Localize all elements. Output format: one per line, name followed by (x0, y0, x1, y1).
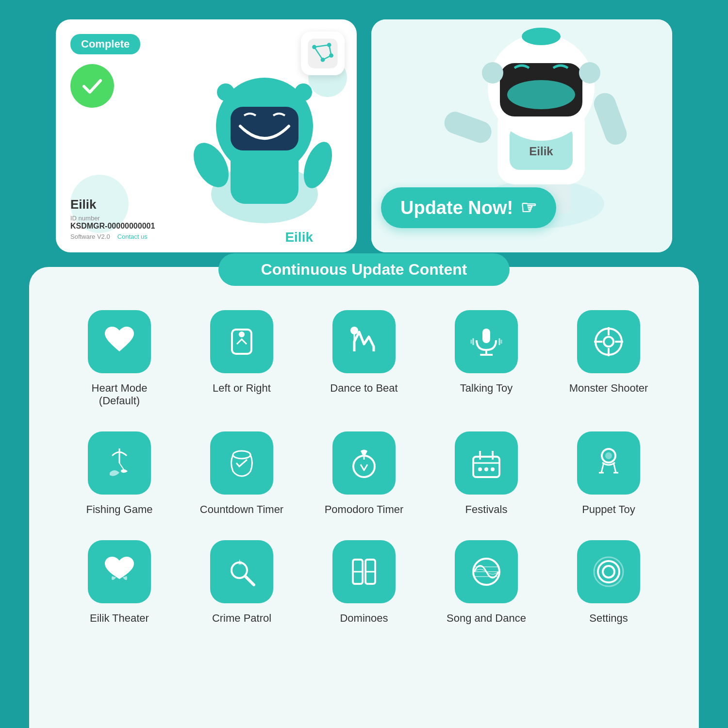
talking-toy-icon-box (455, 310, 518, 373)
svg-rect-36 (482, 329, 490, 343)
festivals-label: Festivals (465, 503, 508, 516)
festivals-icon-box (455, 431, 518, 495)
top-section: Complete (0, 0, 728, 262)
robot-name: Eilik (70, 197, 155, 212)
svg-point-58 (478, 467, 482, 471)
section-title-bar: Continuous Update Content (218, 253, 510, 286)
talking-toy-label: Talking Toy (460, 382, 513, 395)
fishing-game-label: Fishing Game (86, 503, 153, 516)
svg-point-60 (491, 467, 495, 471)
item-dance-beat[interactable]: Dance to Beat (315, 310, 413, 395)
item-talking-toy[interactable]: Talking Toy (438, 310, 535, 395)
svg-point-33 (239, 331, 245, 337)
eilik-watermark: Eilik (285, 230, 313, 245)
svg-point-51 (233, 451, 250, 459)
eilik-theater-icon-box (88, 540, 151, 603)
svg-point-27 (482, 62, 503, 83)
svg-text:Eilik: Eilik (529, 145, 553, 158)
item-settings[interactable]: Settings (560, 540, 657, 625)
contact-link[interactable]: Contact us (117, 233, 148, 240)
left-right-label: Left or Right (213, 382, 271, 395)
item-song-dance[interactable]: Song and Dance (438, 540, 535, 625)
item-left-right[interactable]: Left or Right (193, 310, 290, 395)
song-dance-label: Song and Dance (447, 612, 526, 625)
svg-point-62 (605, 452, 612, 459)
svg-point-31 (522, 28, 561, 45)
puppet-toy-icon-box (577, 431, 640, 495)
left-right-icon-box (210, 310, 273, 373)
item-monster-shooter[interactable]: Monster Shooter (560, 310, 657, 395)
svg-line-50 (119, 463, 124, 470)
svg-point-16 (295, 83, 312, 101)
cursor-icon: ☞ (520, 197, 537, 218)
complete-badge: Complete (70, 34, 140, 54)
dominoes-label: Dominoes (340, 612, 388, 625)
item-puppet-toy[interactable]: Puppet Toy (560, 431, 657, 516)
svg-point-15 (217, 83, 234, 101)
item-countdown-timer[interactable]: Countdown Timer (193, 431, 290, 516)
check-circle (70, 64, 114, 108)
fishing-game-icon-box (88, 431, 151, 495)
crime-patrol-label: Crime Patrol (212, 612, 271, 625)
dominoes-icon-box (332, 540, 396, 603)
svg-point-28 (579, 62, 600, 83)
dance-beat-label: Dance to Beat (330, 382, 397, 395)
item-pomodoro-timer[interactable]: Pomodoro Timer (315, 431, 413, 516)
item-eilik-theater[interactable]: Eilik Theater (71, 540, 168, 625)
puppet-toy-label: Puppet Toy (582, 503, 635, 516)
grid-row-2: Fishing Game Countdown Timer Pomodoro Ti… (58, 431, 670, 516)
pomodoro-timer-label: Pomodoro Timer (325, 503, 404, 516)
id-label: ID number (70, 215, 155, 222)
svg-point-73 (603, 566, 614, 578)
item-crime-patrol[interactable]: Crime Patrol (193, 540, 290, 625)
item-heart-mode[interactable]: Heart Mode (Default) (71, 310, 168, 407)
item-festivals[interactable]: Festivals (438, 431, 535, 516)
crime-patrol-icon-box (210, 540, 273, 603)
pomodoro-timer-icon-box (332, 431, 396, 495)
item-dominoes[interactable]: Dominoes (315, 540, 413, 625)
right-card: Eilik Update Now! ☞ (371, 19, 672, 252)
update-bubble[interactable]: Update Now! ☞ (381, 187, 556, 228)
update-label: Update Now! (400, 198, 513, 218)
left-card: Complete (56, 19, 357, 252)
grid-row-1: Heart Mode (Default) Left or Right Dance… (58, 310, 670, 407)
svg-rect-54 (473, 457, 499, 477)
software-version: Software V2.0 (70, 233, 110, 240)
svg-point-59 (484, 467, 488, 471)
svg-point-26 (507, 80, 575, 109)
svg-point-34 (350, 327, 358, 334)
song-dance-icon-box (455, 540, 518, 603)
countdown-timer-icon-box (210, 431, 273, 495)
left-card-info: Eilik ID number KSDMGR-00000000001 Softw… (70, 197, 155, 240)
eilik-left-robot (172, 58, 357, 223)
bottom-section: Continuous Update Content Heart Mode (De… (29, 267, 699, 728)
heart-mode-label: Heart Mode (Default) (71, 382, 168, 407)
id-value: KSDMGR-00000000001 (70, 222, 155, 231)
grid-row-3: Eilik Theater Crime Patrol Dominoes Song… (58, 540, 670, 625)
svg-point-44 (604, 337, 613, 347)
svg-point-74 (598, 561, 619, 582)
eilik-theater-label: Eilik Theater (90, 612, 149, 625)
settings-label: Settings (589, 612, 628, 625)
countdown-timer-label: Countdown Timer (200, 503, 283, 516)
settings-icon-box (577, 540, 640, 603)
dance-beat-icon-box (332, 310, 396, 373)
section-title: Continuous Update Content (261, 261, 467, 278)
item-fishing-game[interactable]: Fishing Game (71, 431, 168, 516)
monster-shooter-label: Monster Shooter (569, 382, 648, 395)
monster-shooter-icon-box (577, 310, 640, 373)
heart-mode-icon-box (88, 310, 151, 373)
svg-line-64 (245, 576, 254, 585)
